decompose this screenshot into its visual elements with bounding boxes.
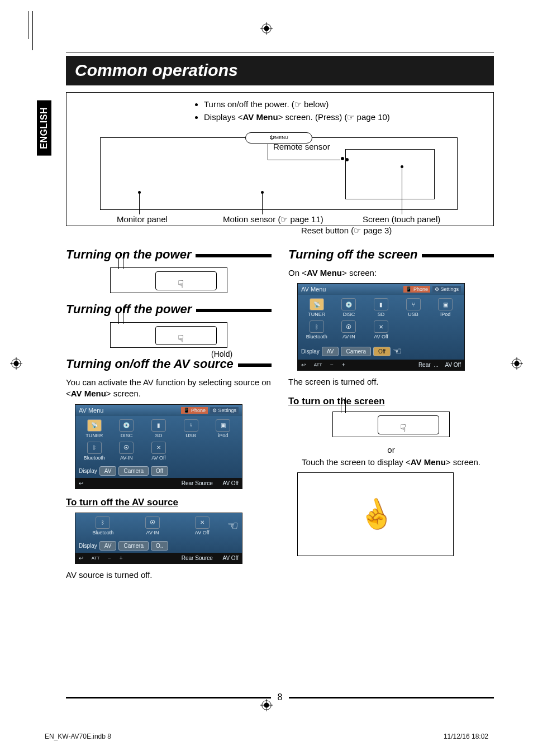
page-number-bar: 8 [66,692,494,702]
motion-sensor-label: Motion sensor (☞ page 11) [223,214,323,224]
heading-turn-on-screen: To turn on the screen [288,396,494,407]
att-label: ATT [92,556,100,561]
display-av: AV [99,466,117,476]
bluetooth-icon: ᛒ [87,442,102,454]
ipod-icon: ▣ [216,419,230,432]
left-column: Turning on the power ☟ Turning off the p… [66,238,272,585]
plus-icon: + [120,555,123,561]
back-icon: ↩ [79,480,83,486]
screen-touch-label: Screen (touch panel) [363,214,440,224]
trim-line [28,11,28,39]
usb-icon: ⑂ [184,419,198,432]
touch-screen-outline [345,149,435,199]
monitor-panel-label: Monitor panel [117,214,168,224]
remote-sensor-dot [341,157,344,160]
device-diagram: Turns on/off the power. (☞ below) Displa… [66,92,494,226]
display-camera: Camera [118,466,149,476]
avin-icon: ⦿ [145,516,160,529]
reset-button-dot [345,158,349,161]
source-bluetooth: ᛒBluetooth [79,515,127,537]
source-avin: ⦿AV-IN [129,515,177,537]
av-menu-screenshot: AV Menu 📱 Phone ⚙ Settings 📡TUNER 💿DISC … [75,404,242,489]
source-avoff: ✕AV Off [178,515,226,537]
finger-icon: ☟ [178,333,184,345]
heading-turning-off-screen: Turning off the screen [288,247,494,262]
page-number: 8 [278,692,283,702]
av-off-result: AV source is turned off. [66,570,272,581]
source-tuner: 📡TUNER [79,418,110,439]
heading-av-source: Turning on/off the AV source [66,357,272,371]
screen-on-sketch: ☟ [332,412,450,437]
finger-icon: ☜ [227,519,239,533]
power-button-notes: Turns on/off the power. (☞ below) Displa… [195,98,390,123]
reset-button-label: Reset button (☞ page 3) [301,226,392,236]
or-label: or [288,445,494,454]
heading-turning-on-power: Turning on the power [66,247,272,262]
finger-icon: ☟ [400,422,406,434]
note-av-menu: Displays <AV Menu> screen. (Press) (☞ pa… [204,111,390,124]
source-disc: 💿DISC [111,418,142,439]
finger-icon: ☟ [178,278,184,290]
avin-icon: ⦿ [119,442,134,454]
registration-mark-right [511,357,523,370]
back-icon: ↩ [79,555,83,561]
language-tab: ENGLISH [37,101,51,156]
minus-icon: − [108,555,111,561]
sd-icon: ▮ [151,419,166,432]
hand-icon: ☝ [354,493,397,535]
right-column: Turning off the screen On <AV Menu> scre… [288,238,494,585]
source-avoff: ✕AV Off [143,441,174,462]
av-intro-text: You can activate the AV function by sele… [66,377,272,400]
footer-filename: EN_KW-AV70E.indb 8 [45,733,111,740]
source-avin: ⦿AV-IN [111,441,142,462]
screenshot-title: AV Menu [79,407,103,414]
touch-screen-text: Touch the screen to display <AV Menu> sc… [288,457,494,468]
power-on-sketch: ☟ [110,267,227,293]
finger-icon: ☜ [393,345,402,357]
screen-off-result: The screen is turned off. [288,376,494,387]
display-off: Off [151,466,168,476]
on-av-menu-text: On <AV Menu> screen: [288,267,494,279]
page-content: ENGLISH Common operations Turns on/off t… [39,56,494,700]
av-off-screenshot: ᛒBluetooth ⦿AV-IN ✕AV Off ☜ Display AV C… [75,513,242,564]
section-heading: Common operations [66,56,494,85]
screenshot-bottom-bar: ↩ Rear Source AV Off [75,478,242,489]
av-off-button: AV Off [222,480,239,486]
display-off-selected: Off [373,347,391,356]
footer-timestamp: 11/12/16 18:02 [444,733,488,740]
avoff-icon: ✕ [151,442,166,454]
heading-turn-off-av: To turn off the AV source [66,497,272,508]
registration-mark-left [10,357,22,370]
phone-chip: 📱 Phone [181,407,208,414]
touch-screen-sketch: ☝ [297,472,454,556]
source-sd: ▮SD [143,418,174,439]
note-power-toggle: Turns on/off the power. (☞ below) [204,98,390,111]
settings-chip: ⚙ Settings [210,407,239,414]
trim-line [32,11,33,50]
print-footer: EN_KW-AV70E.indb 8 11/12/16 18:02 [45,733,488,740]
heading-turning-off-power: Turning off the power [66,302,272,317]
bluetooth-icon: ᛒ [96,516,110,529]
screenshot-titlebar: AV Menu 📱 Phone ⚙ Settings [75,405,242,416]
disc-icon: 💿 [119,419,134,432]
display-row: Display AV Camera Off [75,464,242,478]
power-off-sketch: ☟ (Hold) [110,322,227,348]
registration-mark-top [260,22,273,35]
rear-source-button: Rear Source [182,480,213,486]
source-usb: ⑂USB [175,418,207,439]
hold-label: (Hold) [211,350,232,358]
source-bluetooth: ᛒBluetooth [79,441,110,462]
avoff-icon: ✕ [195,516,210,529]
source-ipod: ▣iPod [207,418,239,439]
source-grid: 📡TUNER 💿DISC ▮SD ⑂USB ▣iPod ᛒBluetooth ⦿… [75,416,242,464]
display-off-screenshot: AV Menu 📱 Phone ⚙ Settings 📡TUNER 💿DISC … [297,283,465,371]
tuner-icon: 📡 [87,419,102,432]
remote-sensor-label: Remote sensor [273,142,330,151]
